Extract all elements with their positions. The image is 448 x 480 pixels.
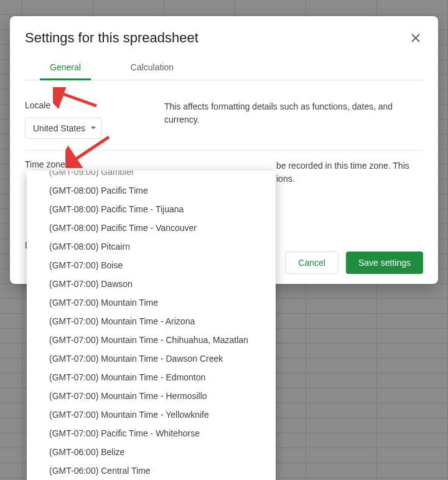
timezone-option[interactable]: (GMT-07:00) Mountain Time bbox=[27, 293, 276, 312]
timezone-option[interactable]: (GMT-08:00) Pacific Time - Vancouver bbox=[27, 219, 276, 237]
timezone-option[interactable]: (GMT-08:00) Pitcairn bbox=[27, 237, 276, 256]
timezone-option[interactable]: (GMT-07:00) Pacific Time - Whitehorse bbox=[27, 424, 276, 443]
dialog-header: Settings for this spreadsheet bbox=[10, 16, 438, 51]
timezone-option[interactable]: (GMT-07:00) Mountain Time - Chihuahua, M… bbox=[27, 331, 276, 349]
cancel-button[interactable]: Cancel bbox=[285, 252, 338, 274]
timezone-option[interactable]: (GMT-06:00) Central Time bbox=[27, 461, 276, 480]
timezone-option[interactable]: (GMT-07:00) Mountain Time - Hermosillo bbox=[27, 387, 276, 405]
locale-description: This affects formatting details such as … bbox=[164, 100, 423, 139]
timezone-desc-line2: ions. bbox=[276, 174, 295, 184]
timezone-option[interactable]: (GMT-07:00) Mountain Time - Yellowknife bbox=[27, 405, 276, 424]
timezone-option[interactable]: (GMT-08:00) Pacific Time bbox=[27, 181, 276, 200]
timezone-dropdown[interactable]: (GMT-09:00) Gambier(GMT-08:00) Pacific T… bbox=[27, 171, 276, 480]
dialog-actions: Cancel Save settings bbox=[285, 252, 423, 274]
dialog-title: Settings for this spreadsheet bbox=[25, 30, 198, 46]
tabs-bar: General Calculation bbox=[25, 56, 423, 80]
timezone-label: Time zone bbox=[25, 159, 149, 169]
timezone-option[interactable]: (GMT-07:00) Mountain Time - Arizona bbox=[27, 312, 276, 331]
timezone-option[interactable]: (GMT-08:00) Pacific Time - Tijuana bbox=[27, 200, 276, 219]
locale-section: Locale United States This affects format… bbox=[25, 92, 423, 151]
timezone-dropdown-list[interactable]: (GMT-09:00) Gambier(GMT-08:00) Pacific T… bbox=[27, 171, 276, 480]
locale-value: United States bbox=[33, 123, 85, 133]
tab-general[interactable]: General bbox=[40, 56, 91, 80]
close-icon bbox=[411, 33, 421, 43]
timezone-option[interactable]: (GMT-07:00) Mountain Time - Dawson Creek bbox=[27, 349, 276, 368]
timezone-option[interactable]: (GMT-09:00) Gambier bbox=[27, 171, 276, 181]
locale-label: Locale bbox=[25, 100, 149, 110]
timezone-option[interactable]: (GMT-07:00) Boise bbox=[27, 256, 276, 275]
save-button[interactable]: Save settings bbox=[346, 252, 423, 274]
timezone-option[interactable]: (GMT-06:00) Belize bbox=[27, 443, 276, 461]
tab-calculation[interactable]: Calculation bbox=[121, 56, 184, 80]
locale-select[interactable]: United States bbox=[25, 118, 102, 139]
close-button[interactable] bbox=[408, 31, 423, 45]
timezone-desc-line1: be recorded in this time zone. This bbox=[276, 161, 409, 171]
timezone-option[interactable]: (GMT-07:00) Dawson bbox=[27, 275, 276, 293]
timezone-option[interactable]: (GMT-07:00) Mountain Time - Edmonton bbox=[27, 368, 276, 387]
